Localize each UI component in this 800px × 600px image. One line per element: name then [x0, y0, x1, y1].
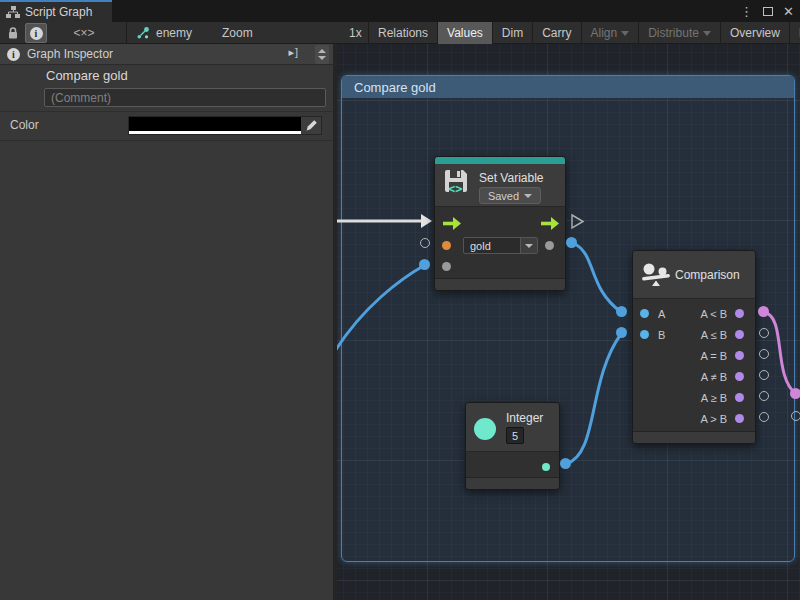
- comment-input[interactable]: [44, 88, 326, 107]
- comparison-icon: [641, 262, 671, 287]
- unconnected-port-ring[interactable]: [759, 349, 769, 359]
- variable-kind-strip: [435, 157, 565, 164]
- wire-endpoint[interactable]: [419, 259, 430, 270]
- output-a-lte-b-port[interactable]: [735, 330, 744, 339]
- flow-in-port[interactable]: [443, 217, 461, 230]
- graph-inspector-title: Graph Inspector: [27, 47, 113, 61]
- code-icon: <×>: [73, 26, 94, 40]
- graph-tab-icon: [6, 6, 20, 18]
- flow-out-port[interactable]: [541, 217, 559, 230]
- divider: [0, 140, 333, 141]
- color-label: Color: [10, 118, 39, 132]
- tab-bar: Script Graph ⋮ ✕: [0, 0, 800, 22]
- variable-name-dropdown[interactable]: gold: [463, 237, 538, 254]
- output-a-gt-b-port[interactable]: [735, 414, 744, 423]
- chevron-down-icon: [524, 194, 532, 198]
- comparison-header[interactable]: Comparison: [633, 251, 755, 298]
- node-footer: [466, 477, 559, 489]
- graph-reference[interactable]: enemy: [136, 22, 192, 44]
- output-a-eq-b-port[interactable]: [735, 351, 744, 360]
- input-value-port[interactable]: [442, 262, 451, 271]
- lock-icon: [7, 26, 19, 40]
- wire-endpoint[interactable]: [616, 327, 627, 338]
- node-footer: [435, 278, 565, 290]
- scrub-down-icon[interactable]: [318, 56, 326, 60]
- toolbar-button-relations[interactable]: Relations: [368, 22, 437, 44]
- output-a-neq-b-port[interactable]: [735, 372, 744, 381]
- comparison-row: A A < B: [633, 303, 755, 324]
- unconnected-port-ring[interactable]: [791, 411, 800, 421]
- toolbar-button-distribute[interactable]: Distribute: [638, 22, 720, 44]
- unconnected-port-ring[interactable]: [420, 238, 430, 248]
- graph-inspector-header: Graph Inspector ▸]: [0, 44, 333, 65]
- toolbar-button-overview[interactable]: Overview: [720, 22, 789, 44]
- divider: [0, 111, 333, 112]
- toolbar-button-carry[interactable]: Carry: [532, 22, 580, 44]
- group-header[interactable]: Compare gold: [342, 76, 794, 98]
- input-b-port[interactable]: [640, 330, 649, 339]
- wire-endpoint[interactable]: [560, 458, 571, 469]
- toolbar-button-group: Relations Values Dim Carry Align Distrib…: [368, 22, 800, 44]
- integer-value-input[interactable]: 5: [506, 427, 524, 444]
- unconnected-port-ring[interactable]: [759, 328, 769, 338]
- node-integer[interactable]: Integer 5: [465, 402, 560, 490]
- close-icon[interactable]: ✕: [783, 4, 794, 19]
- inspector-toggle-button[interactable]: [25, 23, 47, 43]
- output-value-port[interactable]: [545, 241, 554, 250]
- color-field[interactable]: [128, 116, 322, 135]
- lock-button[interactable]: [2, 22, 24, 44]
- dock-icon[interactable]: ▸]: [288, 46, 299, 59]
- info-icon: [7, 48, 20, 61]
- unconnected-port-ring[interactable]: [759, 370, 769, 380]
- scrub-up-icon[interactable]: [318, 49, 326, 53]
- zoom-value: 1x: [349, 22, 362, 44]
- toolbar-button-align[interactable]: Align: [581, 22, 639, 44]
- toolbar-button-dim[interactable]: Dim: [492, 22, 532, 44]
- integer-header[interactable]: Integer 5: [466, 403, 559, 451]
- wire-endpoint[interactable]: [790, 388, 800, 399]
- unconnected-port-ring[interactable]: [759, 391, 769, 401]
- info-icon: [30, 27, 43, 40]
- graph-reference-label: enemy: [156, 26, 192, 40]
- unconnected-port-ring[interactable]: [759, 412, 769, 422]
- panel-scrubber[interactable]: [315, 45, 329, 64]
- comparison-row: B A ≤ B: [633, 324, 755, 345]
- set-variable-header[interactable]: <> Set Variable Saved: [435, 164, 565, 206]
- alpha-strip: [129, 131, 301, 134]
- integer-body: [466, 451, 559, 478]
- integer-output-port[interactable]: [542, 463, 550, 471]
- color-swatch[interactable]: [129, 117, 301, 134]
- code-preview-button[interactable]: <×>: [60, 22, 108, 44]
- output-a-gte-b-port[interactable]: [735, 393, 744, 402]
- chevron-down-icon: [621, 31, 629, 36]
- wire-endpoint[interactable]: [566, 237, 577, 248]
- node-title: Set Variable: [479, 171, 543, 185]
- window-menu-icon[interactable]: ⋮: [740, 4, 753, 19]
- toolbar-button-fullscreen[interactable]: Full Screen: [789, 22, 800, 44]
- panel-divider[interactable]: [333, 44, 337, 600]
- graph-inspector-panel: Graph Inspector ▸] Compare gold Color: [0, 44, 333, 600]
- maximize-icon[interactable]: [763, 7, 773, 16]
- tab-script-graph[interactable]: Script Graph: [0, 0, 112, 22]
- eyedropper-icon: [305, 119, 318, 132]
- comparison-body: A A < B B A ≤ B A = B A ≠ B: [633, 298, 755, 429]
- name-port[interactable]: [442, 241, 451, 250]
- output-a-lt-b-port[interactable]: [735, 309, 744, 318]
- eyedropper-button[interactable]: [301, 117, 321, 134]
- wire-endpoint[interactable]: [758, 306, 769, 317]
- variable-scope-dropdown[interactable]: Saved: [479, 187, 541, 204]
- toolbar-separator: [126, 22, 127, 44]
- input-a-port[interactable]: [640, 309, 649, 318]
- set-variable-body: gold: [435, 206, 565, 280]
- tab-label: Script Graph: [25, 5, 92, 19]
- wire-endpoint[interactable]: [616, 306, 627, 317]
- node-set-variable[interactable]: <> Set Variable Saved gold: [434, 156, 566, 291]
- node-comparison[interactable]: Comparison A A < B B A ≤ B A = B: [632, 250, 756, 444]
- graph-reference-icon: [136, 26, 150, 40]
- svg-text:<>: <>: [448, 182, 462, 194]
- graph-canvas[interactable]: Compare gold <> Set Var: [335, 44, 800, 600]
- chevron-down-icon: [520, 238, 537, 253]
- graph-title: Compare gold: [46, 68, 128, 83]
- chevron-down-icon: [703, 31, 711, 36]
- toolbar-button-values[interactable]: Values: [437, 22, 492, 44]
